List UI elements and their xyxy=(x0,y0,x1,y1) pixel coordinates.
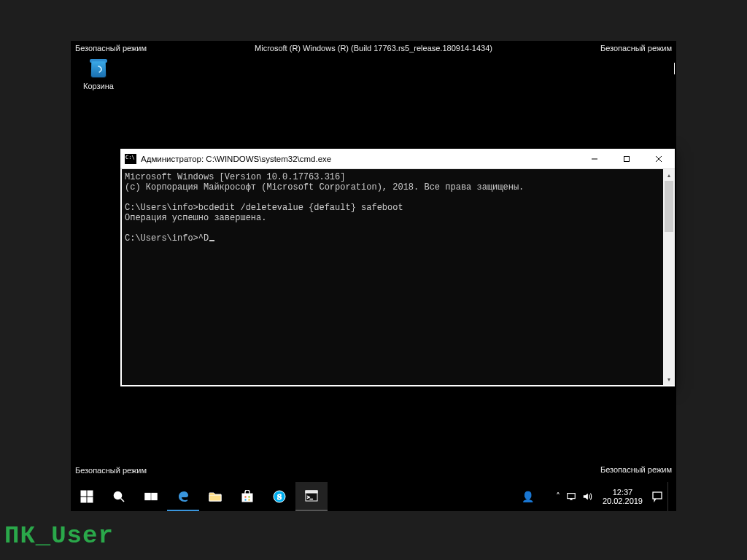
task-view-icon xyxy=(144,490,158,503)
svg-rect-14 xyxy=(244,496,247,498)
svg-rect-13 xyxy=(242,494,252,502)
recycle-bin-label: Корзина xyxy=(75,82,122,90)
tray-chevron-up-icon[interactable]: ˄ xyxy=(556,491,560,502)
svg-point-8 xyxy=(115,492,122,499)
safe-mode-label-bottom-left: Безопасный режим xyxy=(75,466,147,475)
taskbar-store[interactable] xyxy=(231,482,263,511)
windows-build-line: Microsoft (R) Windows (R) (Build 17763.r… xyxy=(71,44,676,52)
taskbar-left: S >_ xyxy=(71,482,328,511)
taskbar-file-explorer[interactable] xyxy=(199,482,231,511)
clock-date: 20.02.2019 xyxy=(603,497,643,505)
vm-screen: Безопасный режим Microsoft (R) Windows (… xyxy=(71,41,676,511)
volume-icon[interactable] xyxy=(582,491,592,502)
maximize-button[interactable] xyxy=(611,149,643,168)
windows-logo-icon xyxy=(80,490,93,503)
system-tray: 👤 ˄ xyxy=(516,491,598,502)
cmd-icon xyxy=(125,154,136,164)
store-icon xyxy=(241,490,254,503)
taskbar-skype[interactable]: S xyxy=(263,482,295,511)
cmd-window[interactable]: Администратор: C:\WINDOWS\system32\cmd.e… xyxy=(120,149,675,386)
svg-rect-21 xyxy=(306,491,317,493)
minimize-button[interactable] xyxy=(578,149,611,168)
task-view-button[interactable] xyxy=(135,482,167,511)
svg-line-9 xyxy=(121,499,125,502)
recycle-bin-icon xyxy=(87,57,110,80)
cmd-taskbar-icon: >_ xyxy=(305,489,318,502)
start-button[interactable] xyxy=(71,482,103,511)
page-root: Безопасный режим Microsoft (R) Windows (… xyxy=(0,0,747,560)
recycle-bin[interactable]: Корзина xyxy=(75,57,122,90)
scroll-thumb[interactable] xyxy=(665,181,673,232)
svg-rect-7 xyxy=(88,497,93,502)
cmd-titlebar[interactable]: Администратор: C:\WINDOWS\system32\cmd.e… xyxy=(120,149,675,169)
text-cursor-indicator xyxy=(674,63,675,74)
cmd-client-area: Microsoft Windows [Version 10.0.17763.31… xyxy=(120,169,675,386)
safe-mode-label-top-right: Безопасный режим xyxy=(600,44,672,52)
svg-rect-17 xyxy=(248,499,250,501)
svg-text:>_: >_ xyxy=(307,494,313,500)
taskbar-clock[interactable]: 12:37 20.02.2019 xyxy=(598,488,647,505)
cmd-output[interactable]: Microsoft Windows [Version 10.0.17763.31… xyxy=(122,169,663,385)
svg-rect-6 xyxy=(81,497,86,502)
cmd-cursor xyxy=(209,240,214,241)
scroll-up-icon[interactable]: ▴ xyxy=(663,169,675,181)
safe-mode-label-bottom-right: Безопасный режим xyxy=(600,465,672,475)
taskbar-edge[interactable] xyxy=(167,482,199,511)
svg-rect-23 xyxy=(568,494,576,499)
svg-rect-15 xyxy=(248,496,250,498)
taskbar-cmd[interactable]: >_ xyxy=(295,482,328,511)
taskbar-right: 👤 ˄ 12:37 20.02.2019 xyxy=(516,482,676,511)
folder-icon xyxy=(209,490,222,503)
svg-rect-4 xyxy=(81,491,86,496)
people-icon[interactable]: 👤 xyxy=(522,491,534,502)
close-button[interactable] xyxy=(643,149,675,168)
svg-rect-16 xyxy=(244,499,247,501)
scroll-down-icon[interactable]: ▾ xyxy=(663,373,675,385)
search-button[interactable] xyxy=(103,482,135,511)
taskbar: S >_ 👤 ˄ xyxy=(71,482,676,511)
safe-mode-top-bar: Безопасный режим Microsoft (R) Windows (… xyxy=(71,44,676,55)
svg-rect-12 xyxy=(209,495,221,501)
edge-icon xyxy=(177,489,190,502)
show-desktop-button[interactable] xyxy=(667,482,672,511)
svg-rect-5 xyxy=(88,491,93,496)
cmd-window-controls xyxy=(578,149,675,168)
svg-rect-1 xyxy=(624,156,630,161)
svg-rect-10 xyxy=(145,494,150,500)
clock-time: 12:37 xyxy=(603,488,643,497)
svg-text:S: S xyxy=(277,492,282,501)
skype-icon: S xyxy=(273,490,286,503)
search-icon xyxy=(112,490,125,503)
network-icon[interactable] xyxy=(566,491,576,502)
watermark: ПК_User xyxy=(4,522,114,550)
svg-rect-26 xyxy=(653,492,662,499)
cmd-scrollbar[interactable]: ▴ ▾ xyxy=(663,169,675,385)
action-center-icon[interactable] xyxy=(651,491,663,502)
svg-rect-11 xyxy=(152,494,157,500)
cmd-window-title: Администратор: C:\WINDOWS\system32\cmd.e… xyxy=(141,155,578,163)
